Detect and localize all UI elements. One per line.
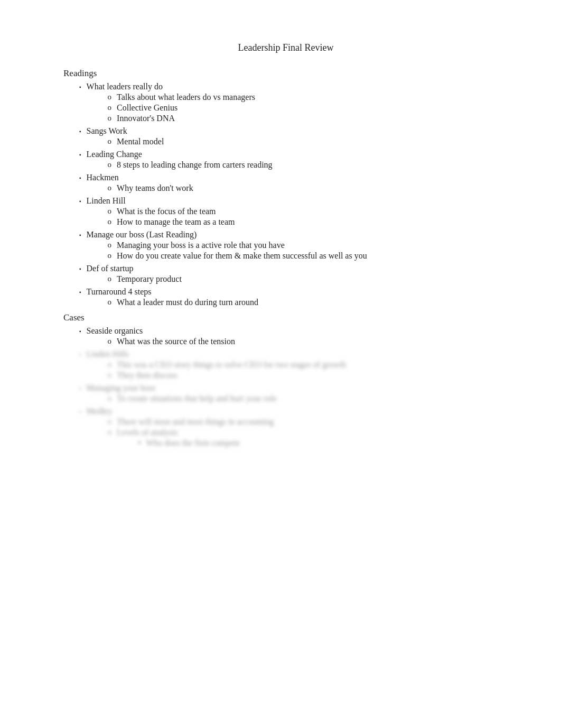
bullet-icon: ▪ xyxy=(79,198,81,204)
sub-item-label: They then discuss xyxy=(117,371,177,380)
item-label: Linden Hill xyxy=(87,196,126,205)
list-item: ▪ Leading Change o 8 steps to leading ch… xyxy=(79,150,508,171)
sub-item-label: Innovator's DNA xyxy=(117,114,175,123)
list-item: o Talks about what leaders do vs manager… xyxy=(108,93,255,102)
list-item: o Collective Genius xyxy=(108,103,255,113)
sub-bullet-icon: o xyxy=(108,428,112,437)
list-item: o Temporary product xyxy=(108,274,182,284)
sub-list: o To create situations that help and hur… xyxy=(108,394,277,403)
sub-list: o There will most and most things in acc… xyxy=(108,417,274,449)
bullet-icon: ▪ xyxy=(79,328,81,334)
list-item: o There will most and most things in acc… xyxy=(108,417,274,427)
sub-item-label: Talks about what leaders do vs managers xyxy=(117,93,255,102)
bullet-icon: ▪ xyxy=(79,128,81,134)
list-item: o Levels of analysis ▪ Who does the firm… xyxy=(108,428,274,449)
sub-bullet-icon: o xyxy=(108,360,112,369)
item-label: Leading Change xyxy=(87,150,142,159)
sub-sub-item-label: Who does the firm compete xyxy=(146,438,240,448)
sub-bullet-icon: o xyxy=(108,337,112,346)
readings-heading: Readings xyxy=(63,68,508,79)
bullet-icon: ▪ xyxy=(79,266,81,272)
sub-bullet-icon: o xyxy=(108,160,112,169)
bullet-icon: ▪ xyxy=(79,175,81,181)
list-item: o What is the focus of the team xyxy=(108,207,235,216)
sub-item-label: Managing your boss is a active role that… xyxy=(117,241,285,250)
sub-list: o Why teams don't work xyxy=(108,183,193,193)
sub-item-label: There will most and most things in accou… xyxy=(117,417,274,427)
list-item: ▪ Turnaround 4 steps o What a leader mus… xyxy=(79,287,508,308)
list-item: ▪ Linden Hill o What is the focus of the… xyxy=(79,196,508,228)
sub-list: o Mental model xyxy=(108,137,164,146)
item-label: Seaside organics xyxy=(87,326,143,335)
sub-item-label: How do you create value for them & make … xyxy=(117,251,367,261)
sub-item-label: What was the source of the tension xyxy=(117,337,235,346)
list-item: o This was a CEO story things to solve C… xyxy=(108,360,347,370)
bullet-icon: ▪ xyxy=(79,352,81,357)
sub-bullet-icon: o xyxy=(108,274,112,283)
sub-list: o 8 steps to leading change from carters… xyxy=(108,160,273,170)
sub-bullet-icon: o xyxy=(108,241,112,250)
sub-list: o What was the source of the tension xyxy=(108,337,235,346)
bullet-icon: ▪ xyxy=(79,84,81,90)
item-label: Linden Hills xyxy=(87,349,129,358)
list-item: ▪ Who does the firm compete xyxy=(138,438,240,448)
sub-item-label: Levels of analysis xyxy=(117,428,178,437)
item-label: Def of startup xyxy=(87,264,134,273)
list-item: ▪ Medley o There will most and most thin… xyxy=(79,407,508,450)
sub-item-label: What a leader must do during turn around xyxy=(117,298,258,307)
sub-item-label: What is the focus of the team xyxy=(117,207,216,216)
item-label: Turnaround 4 steps xyxy=(87,287,152,296)
item-label: Hackmen xyxy=(87,173,119,182)
sub-bullet-icon: o xyxy=(108,93,112,102)
list-item: o They then discuss xyxy=(108,371,347,380)
list-item: ▪ Manage our boss (Last Reading) o Manag… xyxy=(79,230,508,262)
sub-item-label: Mental model xyxy=(117,137,164,146)
list-item: o What a leader must do during turn arou… xyxy=(108,298,258,307)
sub-item-label: To create situations that help and hurt … xyxy=(117,394,277,403)
sub-item-label: Temporary product xyxy=(117,274,182,284)
list-item: ▪ Managing your boss o To create situati… xyxy=(79,383,508,404)
sub-sub-bullet-icon: ▪ xyxy=(138,438,141,447)
sub-bullet-icon: o xyxy=(108,217,112,226)
sub-bullet-icon: o xyxy=(108,207,112,216)
sub-item-label: This was a CEO story things to solve CEO… xyxy=(117,360,346,370)
bullet-icon: ▪ xyxy=(79,289,81,295)
item-label: Managing your boss xyxy=(87,383,156,392)
cases-section: Cases ▪ Seaside organics o What was the … xyxy=(63,312,508,450)
bullet-icon: ▪ xyxy=(79,385,81,391)
list-item: o How to manage the team as a team xyxy=(108,217,235,227)
readings-list: ▪ What leaders really do o Talks about w… xyxy=(79,82,508,308)
sub-item-label: 8 steps to leading change from carters r… xyxy=(117,160,273,170)
cases-heading: Cases xyxy=(63,312,508,323)
readings-section: Readings ▪ What leaders really do o Talk… xyxy=(63,68,508,308)
list-item: o Why teams don't work xyxy=(108,183,193,193)
sub-bullet-icon: o xyxy=(108,417,112,426)
sub-bullet-icon: o xyxy=(108,103,112,112)
item-label: Medley xyxy=(87,407,113,416)
sub-item-label: Why teams don't work xyxy=(117,183,193,193)
sub-list: o What is the focus of the team o How to… xyxy=(108,207,235,227)
sub-bullet-icon: o xyxy=(108,114,112,123)
sub-bullet-icon: o xyxy=(108,394,112,403)
item-label: Manage our boss (Last Reading) xyxy=(87,230,197,239)
list-item: o To create situations that help and hur… xyxy=(108,394,277,403)
sub-list: o Temporary product xyxy=(108,274,182,284)
list-item: o What was the source of the tension xyxy=(108,337,235,346)
document-content: Readings ▪ What leaders really do o Talk… xyxy=(63,68,508,450)
bullet-icon: ▪ xyxy=(79,232,81,238)
sub-list: o Talks about what leaders do vs manager… xyxy=(108,93,255,123)
sub-list: o Managing your boss is a active role th… xyxy=(108,241,367,261)
item-label: Sangs Work xyxy=(87,126,127,135)
list-item: ▪ Hackmen o Why teams don't work xyxy=(79,173,508,194)
bullet-icon: ▪ xyxy=(79,152,81,158)
sub-bullet-icon: o xyxy=(108,137,112,146)
sub-bullet-icon: o xyxy=(108,298,112,307)
sub-bullet-icon: o xyxy=(108,371,112,380)
list-item: ▪ What leaders really do o Talks about w… xyxy=(79,82,508,124)
list-item: o How do you create value for them & mak… xyxy=(108,251,367,261)
list-item: ▪ Def of startup o Temporary product xyxy=(79,264,508,285)
page-title: Leadership Final Review xyxy=(63,42,508,53)
list-item: ▪ Seaside organics o What was the source… xyxy=(79,326,508,347)
sub-list: o This was a CEO story things to solve C… xyxy=(108,360,347,380)
item-label: What leaders really do xyxy=(87,82,163,91)
